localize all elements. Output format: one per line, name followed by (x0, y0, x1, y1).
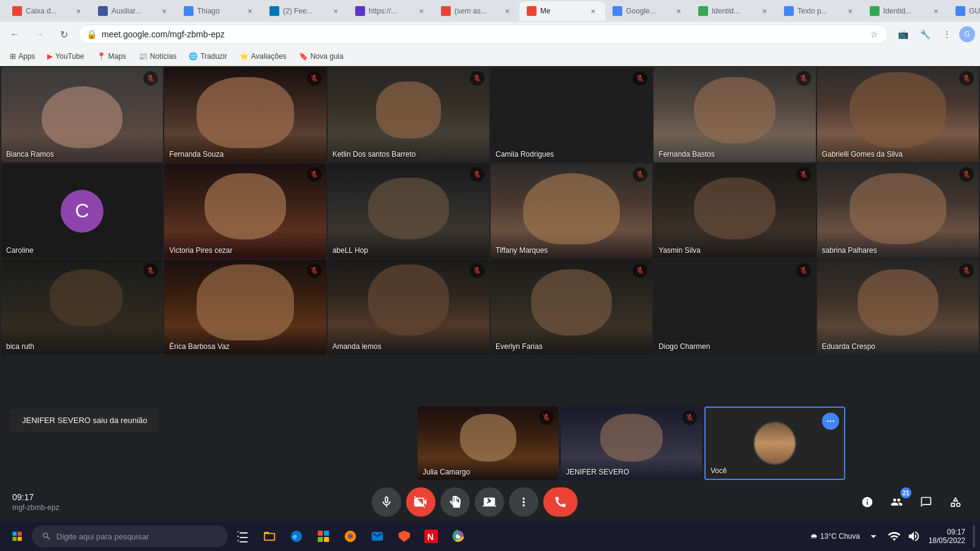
eduarda-mic-off-icon (959, 263, 974, 278)
tab-6[interactable]: (sem as... ✕ (434, 1, 519, 21)
svg-point-2 (832, 421, 834, 422)
caroline-name: Caroline (6, 246, 34, 255)
tab-2-close[interactable]: ✕ (159, 6, 169, 16)
tab-12[interactable]: GUIA A... ✕ (948, 1, 980, 21)
tab-10[interactable]: Texto p... ✕ (777, 1, 862, 21)
tab-6-favicon (441, 6, 451, 16)
tile-amanda: Amanda lemos (328, 260, 489, 354)
tab-11[interactable]: Identid... ✕ (862, 1, 948, 21)
more-options-button[interactable] (509, 487, 538, 517)
erica-video (164, 260, 326, 354)
bookmark-nova-guia[interactable]: 🔖 Nova guia (294, 50, 349, 63)
tab-meet-close[interactable]: ✕ (588, 6, 598, 16)
address-bar[interactable]: 🔒 meet.google.com/mgf-zbmb-epz ☆ (78, 24, 888, 44)
ketlin-mic-off-icon (470, 71, 484, 86)
search-input[interactable] (56, 532, 218, 541)
tab-10-label: Texto p... (797, 7, 842, 15)
tab-3-favicon (184, 6, 194, 16)
tab-5-close[interactable]: ✕ (417, 6, 426, 16)
tab-1-label: Caixa d... (26, 7, 70, 15)
diogo-mic-off-icon (796, 263, 811, 278)
netflix-button[interactable]: N (419, 524, 443, 549)
tab-4[interactable]: (2) Fee... ✕ (262, 1, 348, 21)
activities-button[interactable] (943, 490, 968, 514)
bookmark-youtube[interactable]: ▶ YouTube (42, 50, 89, 63)
camera-button[interactable] (406, 487, 435, 517)
screen-cast-icon[interactable]: 📺 (893, 24, 913, 44)
forward-button[interactable]: → (29, 24, 49, 44)
tab-9[interactable]: Identid... ✕ (691, 1, 777, 21)
tab-meet[interactable]: Me ✕ (519, 1, 605, 21)
chrome-button[interactable] (446, 524, 470, 549)
tab-1-close[interactable]: ✕ (74, 6, 83, 16)
svg-rect-6 (18, 537, 22, 541)
tab-8[interactable]: Google... ✕ (605, 1, 691, 21)
tab-1[interactable]: Caixa d... ✕ (5, 1, 91, 21)
store-button[interactable] (311, 524, 336, 549)
tab-12-label: GUIA A... (969, 7, 980, 15)
svg-rect-10 (324, 531, 329, 536)
taskbar: e N 🌧 13°C Chuva (0, 522, 980, 551)
profile-avatar[interactable]: G (959, 26, 975, 42)
chat-button[interactable] (914, 490, 938, 514)
bookmark-noticias[interactable]: 📰 Notícias (134, 50, 181, 63)
start-button[interactable] (5, 524, 29, 549)
people-button[interactable]: 21 (884, 490, 909, 514)
amanda-name: Amanda lemos (333, 342, 382, 351)
mail-button[interactable] (365, 524, 390, 549)
tab-11-close[interactable]: ✕ (931, 6, 941, 16)
tab-5[interactable]: https://... ✕ (348, 1, 434, 21)
tile-everlyn: Everlyn Farias (491, 260, 652, 354)
browser-menu-button[interactable]: ⋮ (937, 24, 957, 44)
fernanda-video (164, 67, 326, 162)
controls-center (104, 487, 845, 517)
back-button[interactable]: ← (5, 24, 24, 44)
extensions-icon[interactable]: 🔧 (915, 24, 935, 44)
bookmark-avaliacoes[interactable]: ⭐ Avaliações (235, 50, 292, 63)
tab-6-close[interactable]: ✕ (502, 6, 512, 16)
present-button[interactable] (475, 487, 504, 517)
address-bar-icons: ☆ (868, 28, 880, 40)
victoria-video (164, 163, 326, 258)
reload-button[interactable]: ↻ (54, 24, 74, 44)
tab-2[interactable]: Auxiliar... ✕ (91, 1, 176, 21)
bookmark-traduzir[interactable]: 🌐 Traduzir (184, 50, 232, 63)
brave-button[interactable] (392, 524, 417, 549)
tab-9-favicon (698, 6, 708, 16)
show-desktop-button[interactable] (973, 525, 975, 547)
task-view-button[interactable] (230, 524, 255, 549)
clock-time: 09:17 (947, 528, 965, 536)
bookmark-maps[interactable]: 📍 Maps (92, 50, 131, 63)
info-button[interactable] (855, 490, 880, 514)
show-hidden-icons-button[interactable] (865, 528, 882, 545)
notification-area: JENIFER SEVERO saiu da reunião (10, 399, 159, 441)
network-icon[interactable] (887, 524, 902, 549)
clock[interactable]: 09:17 18/05/2022 (926, 528, 968, 545)
bookmark-apps[interactable]: ⊞ Apps (5, 50, 40, 63)
mic-button[interactable] (372, 487, 401, 517)
voce-options-button[interactable] (822, 413, 839, 430)
tab-3[interactable]: Thiago ✕ (176, 1, 262, 21)
tab-8-close[interactable]: ✕ (674, 6, 684, 16)
tab-10-close[interactable]: ✕ (845, 6, 855, 16)
svg-rect-5 (13, 537, 17, 541)
firefox-button[interactable] (338, 524, 363, 549)
fernanda-bastos-mic-off-icon (796, 71, 811, 86)
camila-video (491, 67, 652, 162)
camila-name: Camila Rodrigues (496, 150, 554, 159)
sabrina-name: sabrina Palhares (822, 246, 877, 255)
end-call-button[interactable] (543, 487, 578, 517)
file-explorer-button[interactable] (257, 524, 282, 549)
taskbar-search[interactable] (32, 525, 228, 547)
sabrina-video (817, 163, 979, 258)
tab-8-favicon (612, 6, 622, 16)
raise-hand-button[interactable] (440, 487, 470, 517)
tile-voce: Você (704, 407, 845, 480)
tab-4-close[interactable]: ✕ (331, 6, 341, 16)
bookmark-star-icon[interactable]: ☆ (868, 28, 880, 40)
diogo-video (654, 260, 815, 354)
tab-9-close[interactable]: ✕ (760, 6, 769, 16)
volume-icon[interactable] (907, 524, 921, 549)
tab-3-close[interactable]: ✕ (245, 6, 255, 16)
edge-browser-button[interactable]: e (284, 524, 309, 549)
